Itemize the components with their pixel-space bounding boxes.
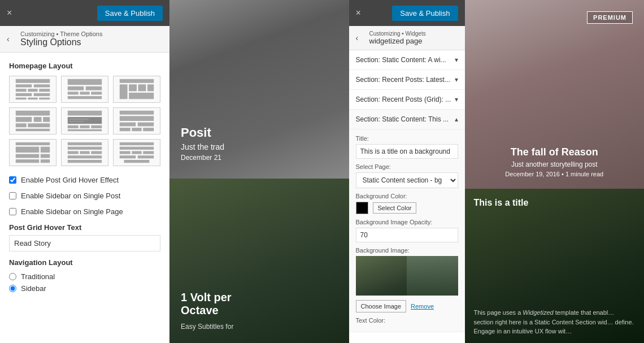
post-grid-hover-text-label: Post Grid Hover Text [9,223,160,232]
select-page-dropdown[interactable]: Static Content section - bg [356,172,458,188]
right-preview-article-date: December 19, 2016 • 1 minute read [474,171,636,177]
image-actions: Choose Image Remove [356,300,458,312]
nav-traditional-radio[interactable] [9,273,16,280]
left-close-button[interactable]: × [7,8,12,18]
svg-rect-63 [132,151,141,154]
left-back-arrow-icon[interactable]: ‹ [7,34,10,44]
right-panel-title: widgetized page [369,37,458,45]
left-panel-title: Styling Options [20,37,163,47]
svg-rect-58 [68,155,102,158]
svg-rect-15 [80,92,89,94]
svg-rect-47 [16,147,39,153]
left-topbar: × Save & Publish [0,0,169,26]
svg-rect-49 [16,154,39,158]
section-row-3-header[interactable]: Section: Static Content: This ... ▴ [349,110,465,129]
preview-bottom-text-overlay: 1 Volt perOctave Easy Subtitles for [181,291,338,332]
svg-rect-24 [16,111,50,116]
svg-rect-55 [68,151,79,154]
choose-image-button[interactable]: Choose Image [356,300,407,312]
bg-image-person [407,256,458,296]
preview-overlay: Posit Just the trad December 21 1 Volt p… [169,0,349,343]
bg-color-row: Select Color [356,202,458,214]
section-expanded-content: Title: Select Page: Static Content secti… [349,129,465,332]
left-save-publish-button[interactable]: Save & Publish [97,6,163,21]
svg-rect-45 [143,128,154,131]
enable-sidebar-single-post-checkbox[interactable] [9,192,16,199]
layout-option-3[interactable] [113,76,160,103]
preview-top-post: Posit Just the trad December 21 [169,0,349,179]
layout-option-6[interactable] [113,107,160,134]
section-row-1: Section: Recent Posts: Latest... ▾ [349,70,465,90]
left-breadcrumb: Customizing • Theme Options [20,31,163,37]
preview-top-date: December 21 [181,154,224,162]
bg-opacity-label: Background Image Opacity: [356,219,458,225]
svg-rect-25 [16,117,32,122]
right-close-button[interactable]: × [356,8,361,18]
svg-rect-30 [16,129,50,131]
svg-rect-38 [68,129,102,131]
nav-sidebar-radio[interactable] [9,285,16,292]
svg-rect-51 [16,159,39,163]
premium-badge: PREMIUM [587,11,633,24]
section-row-2: Section: Recent Posts (Grid): ... ▾ [349,90,465,110]
layout-option-4[interactable] [9,107,56,134]
svg-rect-10 [39,98,50,99]
svg-rect-57 [91,151,102,154]
enable-sidebar-single-post-label: Enable Sidebar on Single Post [21,191,120,201]
section-row-3: Section: Static Content: This ... ▴ Titl… [349,110,465,332]
enable-post-grid-hover-label: Enable Post Grid Hover Effect [21,175,119,185]
title-field-input[interactable] [356,144,458,159]
post-grid-hover-text-input[interactable] [9,235,160,251]
enable-sidebar-single-page-checkbox[interactable] [9,208,16,215]
left-panel-nav: ‹ Customizing • Theme Options Styling Op… [0,26,169,53]
right-preview-article-title: The fall of Reason [474,146,636,158]
section-row-1-header[interactable]: Section: Recent Posts: Latest... ▾ [349,70,465,89]
svg-rect-2 [34,84,50,87]
enable-post-grid-hover-checkbox[interactable] [9,176,16,184]
svg-rect-21 [138,84,146,91]
layout-option-1[interactable] [9,76,56,103]
svg-rect-12 [68,86,84,90]
right-back-arrow-icon[interactable]: ‹ [356,33,359,42]
remove-image-button[interactable]: Remove [411,300,434,312]
preview-top-subtitle: Just the trad [181,142,224,151]
color-swatch[interactable] [356,202,368,214]
layout-option-5[interactable] [61,107,108,134]
right-preview-article-subtitle: Just another storytelling post [474,160,636,168]
layout-option-8[interactable] [61,139,108,166]
layout-option-9[interactable] [113,139,160,166]
svg-rect-22 [147,84,154,91]
right-save-publish-button[interactable]: Save & Publish [392,6,458,21]
svg-rect-43 [120,128,130,131]
svg-rect-62 [120,151,130,154]
right-preview-bottom-section: This is a title This page uses a Widgeti… [465,189,645,343]
text-color-label: Text Color: [356,317,458,324]
svg-rect-64 [143,151,154,154]
section-row-2-header[interactable]: Section: Recent Posts (Grid): ... ▾ [349,90,465,109]
section-row-0-header[interactable]: Section: Static Content: A wi... ▾ [349,50,465,70]
svg-rect-9 [28,98,37,99]
section-row-2-arrow-icon: ▾ [455,95,458,103]
svg-rect-36 [80,125,89,128]
svg-rect-50 [41,154,50,158]
layout-option-7[interactable] [9,139,56,166]
svg-rect-7 [34,93,50,96]
svg-rect-4 [28,89,37,92]
center-preview: Posit Just the trad December 21 1 Volt p… [169,0,349,343]
svg-rect-18 [120,79,154,83]
svg-rect-46 [16,142,50,145]
svg-rect-33 [69,119,89,120]
nav-traditional-row: Traditional [9,272,160,281]
svg-rect-28 [16,123,27,127]
svg-rect-37 [91,125,102,128]
right-breadcrumb: Customizing • Widgets [369,31,458,37]
svg-rect-48 [41,147,50,153]
title-field-label: Title: [356,135,458,142]
select-color-button[interactable]: Select Color [373,202,417,214]
preview-top-text-overlay: Posit Just the trad December 21 [181,125,224,162]
right-preview-article: The fall of Reason Just another storytel… [474,146,636,177]
opacity-input[interactable] [356,228,458,242]
layout-option-2[interactable] [61,76,108,103]
nav-sidebar-row: Sidebar [9,284,160,293]
preview-bottom-post: 1 Volt perOctave Easy Subtitles for [169,179,349,343]
